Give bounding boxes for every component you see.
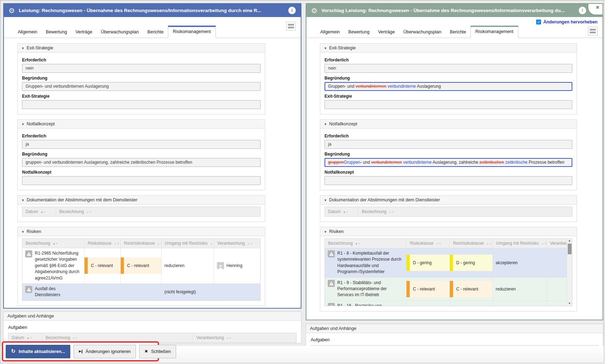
sort-icon: ▲▼: [114, 242, 120, 245]
umgang-cell: reduzieren: [493, 278, 547, 300]
aenderungen-ignorieren-button[interactable]: ▶ Änderungen ignorieren: [73, 345, 136, 358]
collapse-triangle-icon: ▼: [21, 123, 24, 126]
table-row[interactable]: Ausfall des Dienstleisters (nicht festge…: [22, 284, 260, 300]
scroll-up-icon[interactable]: ▲: [568, 239, 571, 243]
erforderlich-field[interactable]: ja: [22, 140, 261, 149]
exit-strategie-field[interactable]: [22, 100, 261, 109]
tab-berichte[interactable]: Berichte: [143, 27, 168, 38]
highlight-changes-label: Änderungen hervorheben: [543, 20, 598, 25]
tab-risikomanagement[interactable]: Risikomanagement: [470, 26, 518, 38]
table-row[interactable]: R1 - 16 - Restrisiko von: [325, 301, 567, 306]
sort-icon: ▲▼: [436, 242, 442, 245]
close-icon[interactable]: ✖: [596, 5, 599, 10]
field-label: Exit-Strategie: [22, 94, 261, 99]
section-risiken-header[interactable]: ▼Risiken: [320, 227, 577, 236]
scroll-down-icon[interactable]: ▼: [568, 301, 571, 306]
sort-icon: ▲▼: [389, 211, 394, 213]
tab-bewertung[interactable]: Bewertung: [344, 27, 374, 38]
scrollbar-thumb[interactable]: [568, 244, 572, 254]
table-row[interactable]: R1-2965 Nichterfüllung gesetzlicher Vorg…: [22, 248, 260, 284]
list-view-icon[interactable]: [286, 22, 296, 31]
column-header-restrisikoklasse[interactable]: Restrisikoklasse▲▼: [121, 239, 162, 248]
section-exit-strategie-header[interactable]: ▼Exit-Strategie: [320, 44, 577, 53]
tab-allgemein[interactable]: Allgemein: [13, 27, 42, 38]
field-label: Begründung: [22, 76, 261, 81]
right-column: ✖ ⚙ Vorschlag Leistung: Rechnungswesen -…: [306, 3, 603, 361]
section-dokumentation-header[interactable]: ▼Dokumentation der Abstimmungen mit dem …: [320, 196, 577, 205]
column-header-verantwortung[interactable]: Verantwortung▲▼: [214, 239, 260, 248]
risiken-table: Bezeichnung▲▼ Risikoklasse▲▼ Restrisikok…: [22, 238, 261, 301]
panel-vorschlag-header: ⚙ Vorschlag Leistung: Rechnungswesen - Ü…: [306, 4, 603, 17]
panel-leistung: ⚙ Leistung: Rechnungswesen - Übernahme d…: [3, 3, 301, 309]
risk-color-bar: [85, 257, 88, 274]
section-dokumentation-header[interactable]: ▼Dokumentation der Abstimmungen mit dem …: [18, 196, 265, 205]
column-header-restrisikoklasse[interactable]: Restrisikoklasse▲▼: [450, 239, 493, 248]
section-risiken: ▼Risiken Bezeichnung▲▼ Risikoklasse▲▼ Re…: [17, 227, 265, 306]
info-icon[interactable]: i: [579, 7, 586, 14]
info-icon[interactable]: i: [288, 7, 296, 14]
risk-color-bar: [450, 255, 453, 271]
column-header-bezeichnung[interactable]: Bezeichnung▲▼: [325, 239, 407, 248]
field-label: Notfallkonzept: [325, 170, 572, 175]
section-risiken-header[interactable]: ▼Risiken: [18, 227, 265, 236]
column-header-datum[interactable]: Datum▲▼: [325, 207, 359, 216]
dokumentation-table-header: Datum▲▼ Bezeichnung▲▼: [22, 207, 261, 217]
inhalte-aktualisieren-button[interactable]: ↻ Inhalte aktualisieren...: [6, 345, 70, 358]
risk-color-bar: [407, 281, 410, 297]
tab-vertraege[interactable]: Verträge: [374, 27, 399, 38]
tab-risikomanagement[interactable]: Risikomanagement: [168, 26, 216, 38]
risk-name: Ausfall des Dienstleisters: [35, 286, 81, 298]
erforderlich-field[interactable]: ja: [325, 140, 572, 149]
panel-vorschlag-content: ▼Exit-Strategie Erforderlich nein Begrün…: [306, 38, 603, 311]
schliessen-button[interactable]: ✖ Schließen: [139, 345, 176, 358]
tab-berichte[interactable]: Berichte: [446, 27, 470, 38]
column-header-bezeichnung[interactable]: Bezeichnung▲▼: [56, 207, 260, 216]
section-notfallkonzept-header[interactable]: ▼Notfallkonzept: [320, 120, 577, 129]
table-row[interactable]: R1 - 8 - Komplettausfall der systemrelev…: [325, 248, 567, 278]
tabs: Allgemein Bewertung Verträge Überwachung…: [13, 26, 216, 38]
column-header-datum[interactable]: Datum▲▼: [22, 207, 56, 216]
column-header-risikoklasse[interactable]: Risikoklasse▲▼: [85, 239, 121, 248]
sort-icon: ▲▼: [226, 337, 232, 339]
field-label: Begründung: [22, 152, 261, 157]
erforderlich-field[interactable]: nein: [325, 64, 572, 73]
highlight-changes-toggle[interactable]: ✓ Änderungen hervorheben: [536, 20, 598, 25]
section-exit-strategie-header[interactable]: ▼Exit-Strategie: [18, 44, 265, 53]
column-header-bezeichnung[interactable]: Bezeichnung▲▼: [22, 239, 85, 248]
begruendung-field-changed[interactable]: Gruppen- und verbundinternen verbundinte…: [325, 82, 572, 91]
table-row[interactable]: R1 - 9 - Stabilitäts- und Performancepro…: [325, 278, 567, 301]
tab-bewertung[interactable]: Bewertung: [42, 27, 71, 38]
risk-warning-icon: [328, 303, 335, 306]
begruendung-field-changed[interactable]: gruppenGruppen- und verbundinternen verb…: [325, 158, 572, 167]
aufgaben-header: Aufgaben und Anhänge: [306, 324, 603, 333]
column-header-verantwortung[interactable]: Verantwortung: [547, 239, 567, 248]
column-header-verantwortung[interactable]: Verantwortung▲▼: [193, 333, 296, 342]
list-view-icon[interactable]: [588, 27, 598, 36]
tab-ueberwachungsplan[interactable]: Überwachungsplan: [399, 27, 446, 38]
vertical-scrollbar[interactable]: ▲ ▼: [567, 239, 572, 306]
app-window: ⚙ Leistung: Rechnungswesen - Übernahme d…: [0, 0, 604, 363]
risikoklasse-chip: D - gering: [407, 255, 449, 271]
aufgaben-header: Aufgaben und Anhänge: [4, 312, 301, 321]
column-header-umgang[interactable]: Umgang mit Restrisiko▲▼: [493, 239, 547, 248]
erforderlich-field[interactable]: nein: [22, 64, 261, 73]
sort-icon: ▲▼: [40, 211, 46, 213]
begruendung-field[interactable]: gruppen- und verbundinternen Auslagerung…: [22, 158, 261, 167]
restrisikoklasse-chip: D - gering: [450, 255, 492, 271]
notfallkonzept-field[interactable]: [22, 176, 261, 185]
field-label: Erforderlich: [325, 134, 572, 138]
tab-vertraege[interactable]: Verträge: [71, 27, 97, 38]
exit-strategie-field[interactable]: [325, 100, 572, 109]
risk-warning-icon: [25, 250, 32, 257]
tab-allgemein[interactable]: Allgemein: [316, 27, 344, 38]
sort-icon: ▲▼: [355, 242, 361, 245]
risiken-table-header: Bezeichnung▲▼ Risikoklasse▲▼ Restrisikok…: [325, 239, 567, 248]
column-header-bezeichnung[interactable]: Bezeichnung▲▼: [359, 207, 572, 216]
checkbox-checked-icon[interactable]: ✓: [536, 20, 541, 25]
column-header-umgang[interactable]: Umgang mit Restrisiko▲▼: [162, 239, 214, 248]
section-notfallkonzept-header[interactable]: ▼Notfallkonzept: [18, 120, 265, 129]
tab-ueberwachungsplan[interactable]: Überwachungsplan: [97, 27, 143, 38]
notfallkonzept-field[interactable]: [325, 176, 572, 185]
begruendung-field[interactable]: Gruppen- und verbundinternen Auslagerung: [22, 82, 261, 91]
column-header-risikoklasse[interactable]: Risikoklasse▲▼: [407, 239, 450, 248]
